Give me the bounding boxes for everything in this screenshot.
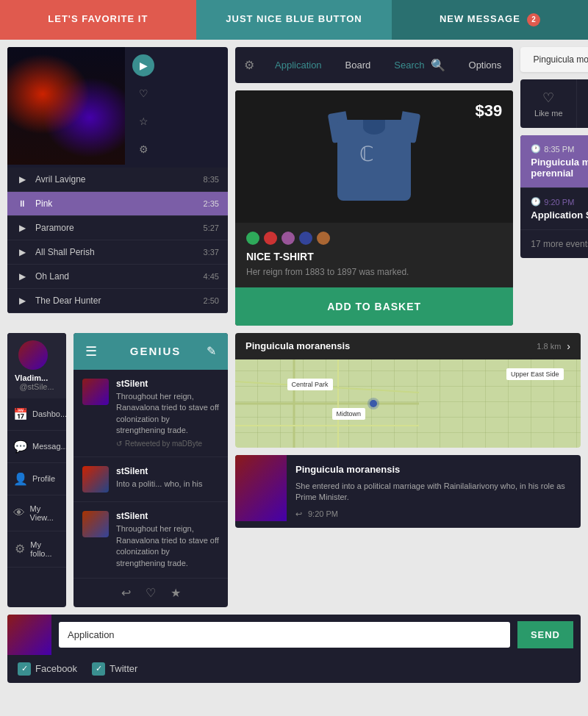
chevron-right-icon[interactable]: › bbox=[567, 340, 570, 352]
twitter-checkbox[interactable]: ✓ Twitter bbox=[92, 662, 137, 676]
favorite-button[interactable]: LET'S FAVORITE IT bbox=[0, 0, 196, 40]
tshirt-graphic: ℂ bbox=[330, 105, 418, 208]
product-info: NICE T-SHIRT Her reign from 1883 to 1897… bbox=[235, 251, 513, 287]
play-button[interactable]: ▶ bbox=[132, 54, 154, 76]
track-name: The Dear Hunter bbox=[35, 296, 204, 306]
blue-button[interactable]: JUST NICE BLUE BUTTON bbox=[196, 0, 392, 40]
sidebar-nav-item-profile[interactable]: 👤 Profile bbox=[7, 463, 66, 495]
sidebar-nav-label: My View... bbox=[30, 504, 60, 522]
genius-card: ☰ GENIUS ✎ stSilent Throughout her reign… bbox=[74, 333, 228, 607]
genius-title: GENIUS bbox=[104, 345, 207, 357]
tweet-item: stSilent Throughout her reign, Ranavalon… bbox=[74, 370, 228, 458]
like-me-button[interactable]: ♡ Like me bbox=[520, 79, 577, 128]
user-handle: @stSile... bbox=[19, 382, 54, 391]
sidebar-nav-label: My follo... bbox=[30, 540, 60, 558]
message-badge: 2 bbox=[527, 13, 540, 26]
menu-icon[interactable]: ☰ bbox=[85, 343, 97, 359]
settings-icon: ☆ bbox=[583, 90, 588, 106]
color-swatch[interactable] bbox=[317, 232, 330, 245]
bottom-bar-thumbnail bbox=[7, 615, 51, 655]
track-duration: 3:37 bbox=[204, 248, 219, 257]
left-section: ▶ ♡ ☆ ⚙ ▶ Avril Lavigne 8:35 ⏸ Pink 2:35… bbox=[7, 47, 228, 326]
track-name: All Shall Perish bbox=[35, 247, 204, 257]
application-input[interactable] bbox=[59, 622, 510, 648]
star-action-icon[interactable]: ★ bbox=[171, 586, 181, 600]
reply-icon[interactable]: ↩ bbox=[121, 586, 131, 600]
map-section: Pinguicula moranensis 1.8 km › Central P… bbox=[235, 333, 581, 607]
sidebar-nav-item-myview[interactable]: 👁 My View... bbox=[7, 495, 66, 531]
info-card: Pinguicula moranensis She entered into a… bbox=[235, 455, 581, 528]
track-play-icon: ▶ bbox=[16, 246, 28, 258]
more-events-text: 17 more events bbox=[531, 239, 588, 249]
track-item[interactable]: ▶ Oh Land 4:45 bbox=[7, 265, 228, 289]
tweet-item: stSilent Into a politi... who, in his bbox=[74, 457, 228, 502]
track-item[interactable]: ▶ Paramore 5:27 bbox=[7, 216, 228, 240]
product-image: ℂ $39 bbox=[235, 90, 513, 223]
sidebar-nav-icon: 👁 bbox=[13, 506, 26, 520]
heart-action-icon[interactable]: ♡ bbox=[146, 586, 156, 600]
bottom-bar-input-wrap bbox=[51, 622, 517, 648]
settings-button[interactable]: ☆ Settings bbox=[577, 79, 588, 128]
track-play-icon: ⏸ bbox=[16, 198, 28, 210]
bottom-content: Vladim... @stSile... 📅 Dashbo... 💬 Messa… bbox=[0, 333, 588, 615]
facebook-checkbox[interactable]: ✓ Facebook bbox=[18, 662, 77, 676]
top-buttons-row: LET'S FAVORITE IT JUST NICE BLUE BUTTON … bbox=[0, 0, 588, 40]
nav-bar: ⚙ Application Board Search 🔍 Options bbox=[235, 47, 513, 83]
bottom-bar-social: ✓ Facebook ✓ Twitter bbox=[7, 655, 581, 683]
tweet-avatar bbox=[82, 466, 109, 493]
sidebar-nav-item-myfollo[interactable]: ⚙ My follo... bbox=[7, 531, 66, 568]
tweet-retweet: ↺Retweeted by maDByte bbox=[116, 440, 219, 448]
music-controls: ▶ ♡ ☆ ⚙ bbox=[125, 47, 162, 168]
user-avatar bbox=[18, 340, 48, 370]
heart-icon[interactable]: ♡ bbox=[132, 82, 154, 104]
send-button[interactable]: SEND bbox=[517, 621, 573, 648]
color-swatch[interactable] bbox=[264, 232, 277, 245]
sidebar-nav: Vladim... @stSile... 📅 Dashbo... 💬 Messa… bbox=[7, 333, 66, 607]
color-swatch[interactable] bbox=[299, 232, 312, 245]
sidebar-nav-item-dashbo[interactable]: 📅 Dashbo... bbox=[7, 398, 66, 431]
search-icon[interactable]: 🔍 bbox=[431, 58, 445, 72]
nav-options[interactable]: Options bbox=[457, 49, 514, 82]
track-name: Pink bbox=[35, 198, 204, 209]
main-content: ▶ ♡ ☆ ⚙ ▶ Avril Lavigne 8:35 ⏸ Pink 2:35… bbox=[0, 40, 588, 333]
sidebar-nav-item-messag[interactable]: 💬 Messag... bbox=[7, 431, 66, 463]
track-duration: 5:27 bbox=[204, 223, 219, 232]
tweets-container: stSilent Throughout her reign, Ranavalon… bbox=[74, 370, 228, 579]
map-label-central-park: Central Park bbox=[287, 379, 333, 390]
new-message-button[interactable]: NEW MESSAGE 2 bbox=[392, 0, 588, 40]
tweet-username: stSilent bbox=[116, 466, 219, 476]
genius-header: ☰ GENIUS ✎ bbox=[74, 333, 228, 370]
track-item[interactable]: ⏸ Pink 2:35 bbox=[7, 192, 228, 216]
sidebar-nav-icon: 👤 bbox=[13, 472, 28, 486]
map-location: Pinguicula moranensis bbox=[245, 340, 537, 351]
nav-application[interactable]: Application bbox=[263, 49, 334, 82]
color-swatch[interactable] bbox=[246, 232, 259, 245]
twitter-check-icon: ✓ bbox=[92, 662, 105, 676]
product-desc: Her reign from 1883 to 1897 was marked. bbox=[246, 266, 502, 279]
settings-icon[interactable]: ⚙ bbox=[132, 138, 154, 160]
reply-icon-small: ↩ bbox=[295, 509, 302, 519]
sidebar-nav-icon: ⚙ bbox=[13, 542, 26, 556]
clock-icon: 🕐 bbox=[531, 197, 541, 207]
event-item: 🕐 9:20 PM Application Settings bbox=[520, 188, 588, 230]
retweet-icon: ↺ bbox=[116, 440, 122, 448]
map-location-dot bbox=[370, 400, 377, 407]
color-swatch[interactable] bbox=[282, 232, 295, 245]
tooltip-text: Pinguicula moranensis is a perennial bbox=[534, 54, 588, 65]
info-card-footer: ↩ 9:20 PM bbox=[295, 509, 572, 519]
add-to-basket-button[interactable]: ADD TO BASKET bbox=[235, 287, 513, 326]
nav-board[interactable]: Board bbox=[334, 49, 383, 82]
track-item[interactable]: ▶ All Shall Perish 3:37 bbox=[7, 240, 228, 265]
gear-icon[interactable]: ⚙ bbox=[235, 47, 263, 83]
product-price: $39 bbox=[476, 101, 503, 121]
map-visual: Central Park Upper East Side Midtown bbox=[235, 359, 581, 448]
sidebar-nav-label: Profile bbox=[32, 474, 55, 483]
star-icon[interactable]: ☆ bbox=[132, 110, 154, 132]
tooltip-box: Pinguicula moranensis is a perennial bbox=[520, 47, 588, 72]
nav-search-area: Search 🔍 bbox=[382, 52, 456, 78]
edit-icon[interactable]: ✎ bbox=[207, 344, 216, 358]
sidebar-nav-label: Messag... bbox=[32, 442, 66, 451]
track-item[interactable]: ▶ Avril Lavigne 8:35 bbox=[7, 168, 228, 192]
more-events-link[interactable]: 17 more events → bbox=[520, 230, 588, 258]
track-item[interactable]: ▶ The Dear Hunter 2:50 bbox=[7, 289, 228, 313]
